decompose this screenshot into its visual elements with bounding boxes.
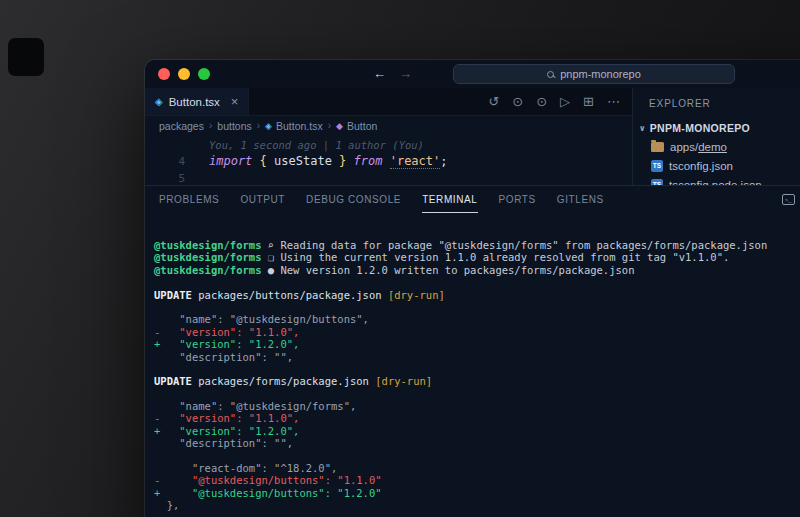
terminal-line: @tuskdesign/forms ❏ Using the current ve… [154, 251, 800, 263]
explorer-item[interactable]: apps/demo [633, 137, 800, 156]
terminal-line: @tuskdesign/forms ⌕ Reading data for pac… [154, 239, 800, 251]
code-token: ; [440, 154, 447, 168]
breadcrumb-item[interactable]: packages [159, 120, 204, 132]
history-forward-icon[interactable]: → [399, 66, 412, 82]
code-token [252, 154, 259, 168]
terminal-line [154, 363, 800, 375]
panel-tab-problems[interactable]: PROBLEMS [159, 186, 219, 213]
window-controls [158, 68, 210, 80]
typescript-file-icon: TS [651, 160, 663, 172]
zoom-window-button[interactable] [198, 68, 210, 80]
explorer-section-label: PNPM-MONOREPO [650, 122, 750, 134]
terminal-line: - "version": "1.1.0", [154, 412, 800, 424]
close-tab-icon[interactable]: × [231, 94, 239, 109]
workbench-upper: ◈ Button.tsx × ↺⊙⊙▷⊞⋯ packages›buttons›◈… [145, 88, 800, 185]
code-editor[interactable]: You, 1 second ago | 1 author (You) 4impo… [145, 135, 632, 185]
breadcrumb-label: buttons [217, 120, 251, 132]
react-file-icon: ◈ [265, 121, 272, 131]
panel-actions: >_ zsh + [782, 186, 800, 213]
editor-actions: ↺⊙⊙▷⊞⋯ [488, 88, 632, 115]
titlebar: ← → pnpm-monorepo [145, 60, 800, 88]
search-label: pnpm-monorepo [560, 68, 641, 80]
panel-tabs: PROBLEMSOUTPUTDEBUG CONSOLETERMINALPORTS… [159, 186, 625, 213]
breadcrumb-item[interactable]: ◈Button.tsx [265, 120, 323, 132]
tab-bar: ◈ Button.tsx × ↺⊙⊙▷⊞⋯ [145, 88, 632, 116]
explorer-title: EXPLORER [633, 88, 800, 119]
terminal-line [154, 301, 800, 313]
code-line-text: import { useState } from 'react'; [209, 154, 448, 168]
terminal-line [154, 388, 800, 400]
explorer-tree: apps/demoTStsconfig.jsonTStsconfig.node.… [633, 137, 800, 185]
code-token: import [209, 154, 252, 168]
breadcrumb-label: Button.tsx [276, 120, 323, 132]
tab-button-tsx[interactable]: ◈ Button.tsx × [145, 88, 249, 115]
code-token: useState [267, 154, 339, 168]
minimize-window-button[interactable] [178, 68, 190, 80]
more-actions-icon[interactable]: ⋯ [607, 94, 620, 109]
bottom-panel: PROBLEMSOUTPUTDEBUG CONSOLETERMINALPORTS… [145, 185, 800, 517]
explorer-item-label: apps/demo [670, 141, 727, 153]
code-line-partial: 5 [145, 170, 632, 185]
terminal-line: }, [154, 499, 800, 511]
code-token [346, 154, 353, 168]
git-blame-annotation: You, 1 second ago | 1 author (You) [209, 139, 424, 151]
background-shape [8, 38, 44, 76]
breadcrumb-separator: › [328, 120, 331, 131]
line-number: 4 [145, 153, 185, 170]
terminal-shell-selector[interactable]: >_ zsh [782, 194, 800, 206]
search-icon [547, 71, 554, 78]
explorer-item-label: tsconfig.json [669, 160, 733, 172]
terminal-icon: >_ [782, 194, 795, 205]
explorer-item[interactable]: TStsconfig.node.json [633, 175, 800, 185]
breadcrumb-label: Button [347, 120, 377, 132]
terminal-line: UPDATE packages/buttons/package.json [dr… [154, 289, 800, 301]
react-file-icon: ◈ [155, 96, 163, 107]
symbol-button-icon: ◆ [336, 121, 343, 131]
panel-tab-debug-console[interactable]: DEBUG CONSOLE [306, 186, 401, 213]
panel-tab-terminal[interactable]: TERMINAL [422, 186, 477, 213]
split-editor-icon[interactable]: ⊞ [583, 94, 594, 109]
breadcrumb-item[interactable]: ◆Button [336, 120, 377, 132]
timeline-history-icon[interactable]: ↺ [488, 94, 499, 109]
code-line: 4import { useState } from 'react'; [145, 153, 632, 170]
terminal-line: @tuskdesign/forms ● New version 1.2.0 wr… [154, 264, 800, 276]
breadcrumb-separator: › [209, 120, 212, 131]
terminal-line: - "version": "1.1.0", [154, 326, 800, 338]
tab-label: Button.tsx [169, 96, 220, 108]
history-back-icon[interactable]: ← [373, 66, 386, 82]
terminal-output[interactable]: @tuskdesign/forms ⌕ Reading data for pac… [145, 213, 800, 517]
code-token: { [260, 154, 267, 168]
code-token: from [354, 154, 383, 168]
git-blame-row: You, 1 second ago | 1 author (You) [145, 138, 632, 153]
panel-tab-output[interactable]: OUTPUT [240, 186, 285, 213]
terminal-line: + "version": "1.2.0", [154, 425, 800, 437]
terminal-line [154, 276, 800, 288]
terminal-line: "react-dom": "^18.2.0", [154, 462, 800, 474]
chevron-down-icon: ∨ [639, 124, 646, 133]
command-center-search[interactable]: pnpm-monorepo [453, 64, 735, 84]
explorer-item[interactable]: TStsconfig.json [633, 156, 800, 175]
code-token [382, 154, 389, 168]
breadcrumb-item[interactable]: buttons [217, 120, 251, 132]
editor-group: ◈ Button.tsx × ↺⊙⊙▷⊞⋯ packages›buttons›◈… [145, 88, 632, 185]
explorer-section-pnpm-monorepo[interactable]: ∨ PNPM-MONOREPO [633, 119, 800, 137]
close-window-button[interactable] [158, 68, 170, 80]
terminal-line: "name": "@tuskdesign/buttons", [154, 313, 800, 325]
terminal-line [154, 450, 800, 462]
code-token: 'react' [390, 154, 441, 169]
run-file-icon[interactable]: ▷ [560, 94, 570, 109]
vscode-window: ← → pnpm-monorepo ◈ Button.tsx × ↺⊙⊙▷⊞⋯ … [145, 60, 800, 517]
previous-change-icon[interactable]: ⊙ [512, 94, 523, 109]
panel-tab-gitlens[interactable]: GITLENS [557, 186, 604, 213]
terminal-line: "name": "@tuskdesign/forms", [154, 400, 800, 412]
line-number: 5 [145, 170, 185, 185]
breadcrumb-label: packages [159, 120, 204, 132]
breadcrumb: packages›buttons›◈Button.tsx›◆Button [145, 116, 632, 135]
terminal-line: + "version": "1.2.0", [154, 338, 800, 350]
terminal-line: "description": "", [154, 437, 800, 449]
panel-tab-bar: PROBLEMSOUTPUTDEBUG CONSOLETERMINALPORTS… [145, 186, 800, 213]
folder-icon [651, 142, 664, 152]
panel-tab-ports[interactable]: PORTS [499, 186, 536, 213]
next-change-icon[interactable]: ⊙ [536, 94, 547, 109]
terminal-line: "description": "", [154, 351, 800, 363]
